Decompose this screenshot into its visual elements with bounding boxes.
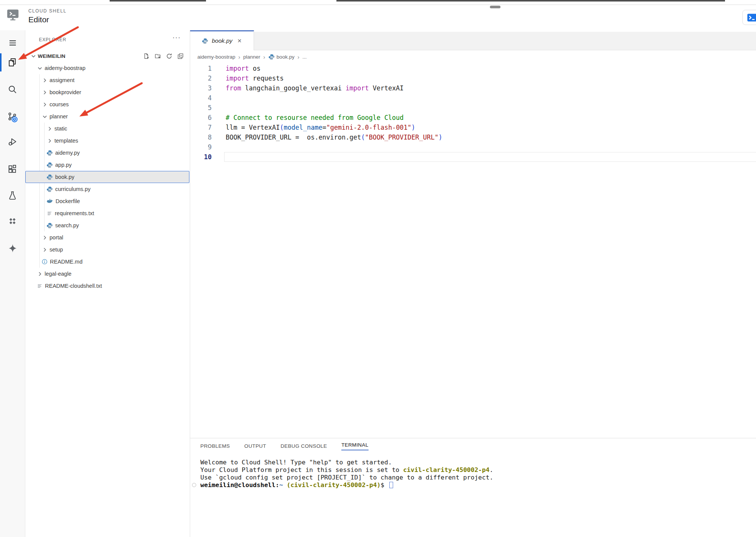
menu-icon bbox=[8, 38, 18, 48]
tree-item-templates[interactable]: templates bbox=[25, 135, 189, 147]
tree-item-label: planner bbox=[50, 113, 68, 120]
tree-item-label: portal bbox=[50, 234, 63, 241]
file-tree: aidemy-boostrapassigmentbookprovidercour… bbox=[25, 62, 189, 292]
tree-item-label: aidemy.py bbox=[55, 150, 80, 156]
bottom-panel: PROBLEMSOUTPUTDEBUG CONSOLETERMINAL Welc… bbox=[190, 438, 756, 537]
tree-item-setup[interactable]: setup bbox=[25, 244, 189, 256]
terminal-icon bbox=[747, 12, 756, 23]
python-icon bbox=[46, 150, 53, 156]
code-line-7[interactable]: 7llm = VertexAI(model_name="gemini-2.0-f… bbox=[190, 123, 756, 132]
tree-item-label: search.py bbox=[55, 222, 79, 228]
tree-item-label: requirements.txt bbox=[55, 210, 94, 216]
activity-item-run-debug[interactable] bbox=[0, 132, 25, 152]
breadcrumb-separator: › bbox=[263, 54, 265, 60]
terminal-prompt[interactable]: weimeilin@cloudshell:~ (civil-clarity-45… bbox=[200, 481, 752, 489]
code-line-3[interactable]: 3from langchain_google_vertexai import V… bbox=[190, 83, 756, 93]
app-header: CLOUD SHELL Editor bbox=[0, 5, 756, 31]
tab-book-py[interactable]: book.py ✕ bbox=[190, 30, 254, 50]
code-line-5[interactable]: 5 bbox=[190, 103, 756, 113]
refresh-button[interactable] bbox=[166, 53, 172, 59]
search-icon bbox=[7, 84, 18, 95]
code-line-9[interactable]: 9 bbox=[190, 142, 756, 152]
tree-item-search-py[interactable]: search.py bbox=[25, 219, 189, 231]
tree-item-dockerfile[interactable]: Dockerfile bbox=[25, 195, 189, 207]
code-line-6[interactable]: 6# Connect to resourse needed from Googl… bbox=[190, 113, 756, 123]
docker-icon bbox=[46, 198, 53, 205]
tree-item-requirements-txt[interactable]: requirements.txt bbox=[25, 207, 189, 219]
tree-item-legal-eagle[interactable]: legal-eagle bbox=[25, 268, 189, 280]
terminal[interactable]: Welcome to Cloud Shell! Type "help" to g… bbox=[200, 459, 752, 489]
tree-item-curriculums-py[interactable]: curriculums.py bbox=[25, 183, 189, 195]
breadcrumb-item-[interactable]: ... bbox=[302, 54, 307, 60]
breadcrumb-label: planner bbox=[243, 54, 260, 60]
activity-item-testing[interactable] bbox=[0, 186, 25, 205]
breadcrumb-label: aidemy-boostrap bbox=[197, 54, 235, 60]
tree-item-portal[interactable]: portal bbox=[25, 231, 189, 244]
tree-item-label: README-cloudshell.txt bbox=[45, 283, 102, 289]
tree-item-readme-cloudshell-txt[interactable]: README-cloudshell.txt bbox=[25, 280, 189, 292]
gemini-sparkle-icon bbox=[7, 243, 18, 254]
terminal-cursor bbox=[389, 482, 393, 488]
more-actions-button[interactable]: ··· bbox=[172, 33, 181, 42]
panel-tab-output[interactable]: OUTPUT bbox=[244, 443, 266, 450]
breadcrumb-separator: › bbox=[239, 54, 240, 60]
panel-tab-debug-console[interactable]: DEBUG CONSOLE bbox=[280, 443, 327, 450]
chevron-right-icon bbox=[46, 126, 53, 132]
browser-edge-segment bbox=[110, 0, 206, 2]
tree-item-bookprovider[interactable]: bookprovider bbox=[25, 86, 189, 98]
tree-item-label: aidemy-boostrap bbox=[45, 65, 85, 71]
collapse-all-button[interactable] bbox=[177, 53, 184, 59]
tree-item-book-py[interactable]: book.py bbox=[25, 171, 189, 183]
activity-item-extensions[interactable] bbox=[0, 159, 25, 179]
new-folder-button[interactable] bbox=[155, 53, 161, 59]
explorer-sidebar: EXPLORER ··· WEIMEILIN aidemy-boostrapas… bbox=[25, 30, 190, 537]
tree-item-assigment[interactable]: assigment bbox=[25, 74, 189, 86]
breadcrumb-label: ... bbox=[302, 54, 307, 60]
breadcrumb-item-planner[interactable]: planner bbox=[243, 54, 260, 60]
line-number: 2 bbox=[190, 73, 212, 83]
breadcrumb-item-aidemy-boostrap[interactable]: aidemy-boostrap bbox=[197, 54, 235, 60]
tree-item-aidemy-py[interactable]: aidemy.py bbox=[25, 147, 189, 159]
activity-item-source-control[interactable] bbox=[0, 107, 25, 127]
tree-item-aidemy-boostrap[interactable]: aidemy-boostrap bbox=[25, 62, 189, 74]
python-icon bbox=[46, 174, 53, 180]
chevron-down-icon bbox=[42, 113, 48, 120]
tree-item-label: book.py bbox=[55, 174, 74, 180]
code-line-1[interactable]: 1import os bbox=[190, 64, 756, 73]
code-line-8[interactable]: 8BOOK_PROVIDER_URL = os.environ.get("BOO… bbox=[190, 132, 756, 142]
panel-tab-problems[interactable]: PROBLEMS bbox=[200, 443, 230, 450]
code-line-2[interactable]: 2import requests bbox=[190, 73, 756, 83]
active-indicator bbox=[0, 53, 2, 71]
activity-item-search[interactable] bbox=[0, 80, 25, 99]
terminal-line: Welcome to Cloud Shell! Type "help" to g… bbox=[200, 459, 752, 466]
tree-item-app-py[interactable]: app.py bbox=[25, 159, 189, 171]
code-line-10[interactable]: 10 bbox=[190, 152, 756, 162]
activity-item-cloud-code[interactable] bbox=[0, 211, 25, 231]
close-icon[interactable]: ✕ bbox=[237, 38, 242, 44]
source-control-clock-icon bbox=[7, 112, 18, 123]
extensions-icon bbox=[7, 164, 18, 174]
code-text: BOOK_PROVIDER_URL = os.environ.get("BOOK… bbox=[226, 132, 442, 142]
tree-section-weimeilin[interactable]: WEIMEILIN bbox=[25, 50, 189, 62]
breadcrumb-item-book-py[interactable]: book.py bbox=[268, 54, 294, 60]
beaker-icon bbox=[7, 190, 18, 201]
chevron-right-icon bbox=[42, 77, 48, 84]
activity-item-menu[interactable] bbox=[0, 33, 25, 53]
editor-tab-bar: book.py ✕ bbox=[190, 30, 756, 50]
activity-item-explorer[interactable] bbox=[0, 53, 25, 72]
python-icon bbox=[46, 222, 53, 229]
code-text: # Connect to resourse needed from Google… bbox=[226, 113, 404, 123]
new-file-button[interactable] bbox=[143, 53, 150, 59]
panel-tab-terminal[interactable]: TERMINAL bbox=[341, 442, 368, 450]
tree-item-readme-md[interactable]: README.md bbox=[25, 256, 189, 268]
open-terminal-button[interactable] bbox=[742, 10, 756, 25]
code-text: import requests bbox=[226, 73, 284, 83]
code-editor[interactable]: 1import os2import requests3from langchai… bbox=[190, 64, 756, 468]
tree-item-courses[interactable]: courses bbox=[25, 98, 189, 110]
tree-item-planner[interactable]: planner bbox=[25, 110, 189, 123]
tree-item-static[interactable]: static bbox=[25, 123, 189, 135]
panel-drag-handle[interactable] bbox=[490, 6, 500, 8]
tree-item-label: courses bbox=[50, 101, 69, 107]
activity-item-gemini[interactable] bbox=[0, 238, 25, 258]
code-line-4[interactable]: 4 bbox=[190, 93, 756, 103]
